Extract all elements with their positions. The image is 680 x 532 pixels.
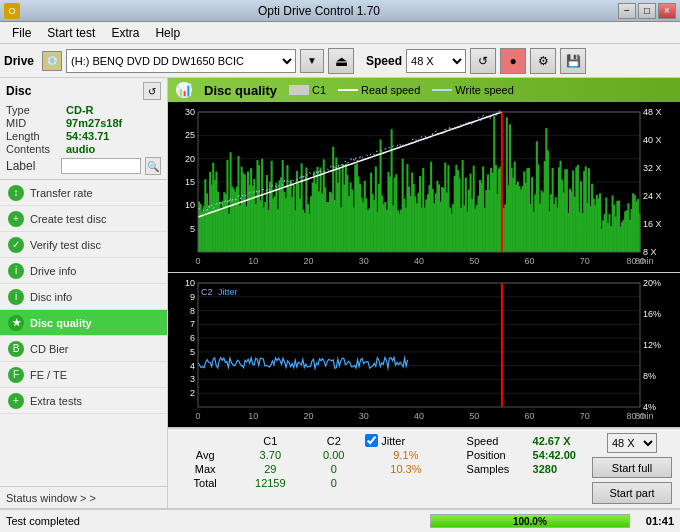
samples-value: 3280	[533, 463, 557, 475]
nav-item-disc-quality[interactable]: ★ Disc quality	[0, 310, 167, 336]
nav-item-disc-info[interactable]: i Disc info	[0, 284, 167, 310]
eject-button[interactable]: ⏏	[328, 48, 354, 74]
nav-icon-disc-quality: ★	[8, 315, 24, 331]
top-chart-canvas	[168, 102, 680, 272]
settings-button[interactable]: ⚙	[530, 48, 556, 74]
chart-title: Disc quality	[204, 83, 277, 98]
avg-label: Avg	[176, 448, 234, 462]
menu-help[interactable]: Help	[147, 24, 188, 42]
nav-item-drive-info[interactable]: i Drive info	[0, 258, 167, 284]
nav-icon-disc-info: i	[8, 289, 24, 305]
stats-table: C1 C2 Jitter Avg	[176, 433, 451, 504]
label-search-button[interactable]: 🔍	[145, 157, 161, 175]
nav-item-create-test-disc[interactable]: + Create test disc	[0, 206, 167, 232]
mid-value: 97m27s18f	[66, 117, 122, 129]
nav-label-transfer-rate: Transfer rate	[30, 187, 93, 199]
legend-label-write-speed: Write speed	[455, 84, 514, 96]
disc-section-title: Disc	[6, 84, 31, 98]
avg-c1: 3.70	[234, 448, 306, 462]
nav-icon-drive-info: i	[8, 263, 24, 279]
nav-label-cd-bier: CD Bier	[30, 343, 69, 355]
menu-bar: File Start test Extra Help	[0, 22, 680, 44]
disc-refresh-button[interactable]: ↺	[143, 82, 161, 100]
nav-label-disc-quality: Disc quality	[30, 317, 92, 329]
speed-stat-label: Speed	[467, 435, 527, 447]
disc-button[interactable]: ●	[500, 48, 526, 74]
close-button[interactable]: ×	[658, 3, 676, 19]
time-display: 01:41	[646, 515, 674, 527]
col-jitter-header: Jitter	[381, 435, 405, 447]
drive-select[interactable]: (H:) BENQ DVD DD DW1650 BCIC	[66, 49, 296, 73]
legend-label-read-speed: Read speed	[361, 84, 420, 96]
col-c1-header: C1	[234, 433, 306, 448]
action-area: 48 X Start full Start part	[592, 433, 672, 504]
drive-icon: 💿	[42, 51, 62, 71]
nav-item-verify-test-disc[interactable]: ✓ Verify test disc	[0, 232, 167, 258]
col-c2-header: C2	[306, 433, 361, 448]
disc-label-input[interactable]	[61, 158, 141, 174]
max-label: Max	[176, 462, 234, 476]
disc-label-label: Label	[6, 159, 57, 173]
action-speed-select[interactable]: 48 X	[607, 433, 657, 453]
legend-line-read-speed	[338, 89, 358, 91]
refresh-drive-button[interactable]: ↺	[470, 48, 496, 74]
status-window-label: Status window > >	[6, 492, 96, 504]
total-c2: 0	[306, 476, 361, 490]
avg-c2: 0.00	[306, 448, 361, 462]
speed-select-toolbar[interactable]: 48 X	[406, 49, 466, 73]
nav-icon-transfer-rate: ↕	[8, 185, 24, 201]
menu-start-test[interactable]: Start test	[39, 24, 103, 42]
minimize-button[interactable]: −	[618, 3, 636, 19]
max-jitter: 10.3%	[361, 462, 450, 476]
position-label: Position	[467, 449, 527, 461]
total-label: Total	[176, 476, 234, 490]
contents-value: audio	[66, 143, 95, 155]
nav-icon-fe-te: F	[8, 367, 24, 383]
jitter-checkbox[interactable]	[365, 434, 378, 447]
speed-stats: Speed 42.67 X Position 54:42.00 Samples …	[459, 433, 584, 504]
nav-label-disc-info: Disc info	[30, 291, 72, 303]
nav-icon-cd-bier: B	[8, 341, 24, 357]
start-part-button[interactable]: Start part	[592, 482, 672, 504]
left-panel: Disc ↺ Type CD-R MID 97m27s18f Length 54…	[0, 78, 168, 508]
nav-item-cd-bier[interactable]: B CD Bier	[0, 336, 167, 362]
maximize-button[interactable]: □	[638, 3, 656, 19]
statusbar: Test completed 100.0% 01:41	[0, 508, 680, 532]
mid-label: MID	[6, 117, 66, 129]
nav-label-verify-test-disc: Verify test disc	[30, 239, 101, 251]
drive-label: Drive	[4, 54, 34, 68]
nav-item-transfer-rate[interactable]: ↕ Transfer rate	[0, 180, 167, 206]
legend-write-speed: Write speed	[432, 84, 514, 96]
menu-file[interactable]: File	[4, 24, 39, 42]
avg-jitter: 9.1%	[361, 448, 450, 462]
start-full-button[interactable]: Start full	[592, 457, 672, 479]
max-c2: 0	[306, 462, 361, 476]
nav-icon-extra-tests: +	[8, 393, 24, 409]
nav-item-fe-te[interactable]: F FE / TE	[0, 362, 167, 388]
status-window[interactable]: Status window > >	[0, 486, 167, 508]
nav-label-create-test-disc: Create test disc	[30, 213, 106, 225]
samples-label: Samples	[467, 463, 527, 475]
nav-icon-verify-test-disc: ✓	[8, 237, 24, 253]
bottom-chart-canvas	[168, 273, 680, 427]
nav-icon-create-test-disc: +	[8, 211, 24, 227]
nav-label-drive-info: Drive info	[30, 265, 76, 277]
total-c1: 12159	[234, 476, 306, 490]
speed-label: Speed	[366, 54, 402, 68]
title-bar: O Opti Drive Control 1.70 − □ ×	[0, 0, 680, 22]
nav-label-extra-tests: Extra tests	[30, 395, 82, 407]
position-value: 54:42.00	[533, 449, 576, 461]
save-button[interactable]: 💾	[560, 48, 586, 74]
toolbar: Drive 💿 (H:) BENQ DVD DD DW1650 BCIC ▼ ⏏…	[0, 44, 680, 78]
drive-arrow-button[interactable]: ▼	[300, 49, 324, 73]
window-controls: − □ ×	[618, 3, 676, 19]
progress-bar-container: 100.0%	[430, 514, 630, 528]
legend-c1: C1	[289, 84, 326, 96]
menu-extra[interactable]: Extra	[103, 24, 147, 42]
main-area: Disc ↺ Type CD-R MID 97m27s18f Length 54…	[0, 78, 680, 508]
chart-header: 📊 Disc quality C1 Read speed Write speed	[168, 78, 680, 102]
disc-info-section: Disc ↺ Type CD-R MID 97m27s18f Length 54…	[0, 78, 167, 180]
app-icon: O	[4, 3, 20, 19]
type-value: CD-R	[66, 104, 94, 116]
nav-item-extra-tests[interactable]: + Extra tests	[0, 388, 167, 414]
